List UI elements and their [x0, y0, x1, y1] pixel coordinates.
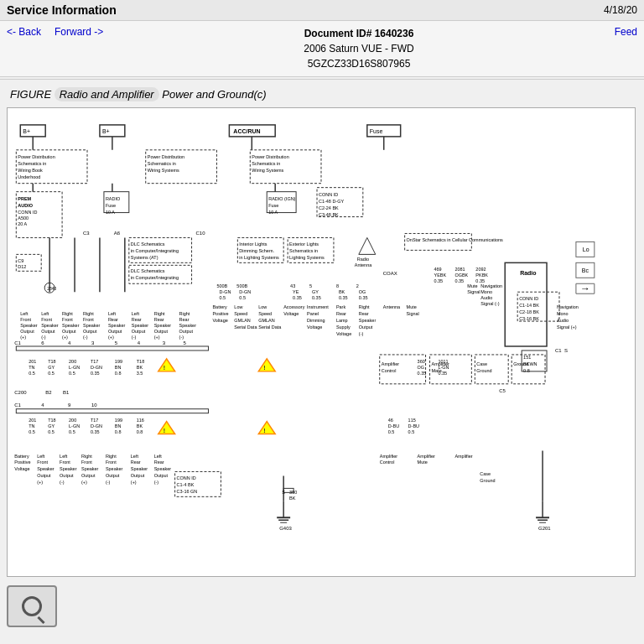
svg-text:Schematics in: Schematics in: [148, 161, 176, 166]
svg-text:Output: Output: [20, 329, 34, 334]
svg-text:0.5: 0.5: [48, 371, 55, 376]
svg-text:D12: D12: [18, 264, 26, 269]
svg-text:S: S: [282, 490, 285, 495]
svg-text:0.5: 0.5: [219, 295, 226, 300]
svg-text:Mute: Mute: [418, 460, 428, 465]
svg-text:CONN ID: CONN ID: [519, 296, 538, 301]
svg-text:360: 360: [418, 359, 425, 364]
svg-text:0.5: 0.5: [69, 429, 75, 434]
svg-text:3.5: 3.5: [137, 371, 143, 376]
svg-text:43: 43: [290, 283, 295, 288]
svg-text:Rear: Rear: [131, 460, 141, 465]
svg-text:Rear: Rear: [359, 311, 369, 316]
svg-text:Mute: Mute: [407, 304, 417, 309]
back-button[interactable]: <- Back: [7, 26, 41, 38]
svg-text:Right: Right: [106, 454, 117, 459]
svg-text:D-GN: D-GN: [219, 289, 231, 294]
svg-text:199: 199: [115, 418, 122, 423]
svg-text:Ground: Ground: [480, 478, 495, 483]
svg-text:200: 200: [69, 359, 76, 364]
svg-text:Amplifier: Amplifier: [380, 454, 397, 459]
svg-text:Audio: Audio: [557, 318, 569, 323]
svg-text:C1-14 BK: C1-14 BK: [519, 303, 539, 308]
svg-text:Low: Low: [258, 304, 267, 309]
svg-text:Output: Output: [106, 473, 120, 478]
svg-text:Audio: Audio: [480, 295, 492, 300]
svg-text:Output: Output: [41, 329, 55, 334]
svg-text:Right: Right: [62, 311, 73, 316]
svg-text:L-GN: L-GN: [69, 365, 80, 370]
svg-text:Navigation: Navigation: [557, 304, 579, 309]
svg-text:Speaker: Speaker: [179, 323, 197, 328]
svg-text:Amplifier: Amplifier: [454, 454, 472, 459]
svg-text:GY: GY: [48, 365, 55, 370]
svg-text:0.35: 0.35: [359, 295, 368, 300]
svg-text:2: 2: [356, 283, 359, 288]
svg-text:200: 200: [69, 418, 76, 423]
svg-text:0.5: 0.5: [69, 371, 75, 376]
svg-text:in Computer/Integrating: in Computer/Integrating: [131, 275, 179, 280]
svg-text:Speaker: Speaker: [131, 466, 148, 471]
svg-text:Signal: Signal: [467, 289, 480, 294]
svg-text:L-GN: L-GN: [439, 365, 449, 370]
svg-text:C1: C1: [14, 402, 21, 408]
svg-text:BK: BK: [137, 365, 143, 370]
svg-text:Output: Output: [359, 325, 373, 330]
svg-text:BK: BK: [289, 496, 296, 501]
forward-button[interactable]: Forward ->: [55, 26, 103, 38]
svg-text:0.5: 0.5: [388, 429, 395, 434]
svg-text:Voltage: Voltage: [283, 311, 299, 316]
svg-text:Voltage: Voltage: [212, 318, 227, 323]
svg-text:Interior Lights: Interior Lights: [239, 242, 267, 247]
svg-text:Speaker: Speaker: [62, 323, 80, 328]
svg-text:0.35: 0.35: [293, 295, 302, 300]
svg-text:(+): (+): [154, 335, 160, 340]
feed-link[interactable]: Feed: [615, 26, 637, 38]
svg-text:Right: Right: [83, 311, 94, 316]
search-button[interactable]: [7, 585, 57, 627]
svg-text:(-): (-): [106, 480, 111, 485]
svg-text:0.35: 0.35: [91, 429, 100, 434]
svg-text:Speaker: Speaker: [359, 318, 377, 323]
svg-text:!: !: [164, 428, 165, 434]
svg-text:BK: BK: [137, 423, 143, 428]
svg-text:Speaker: Speaker: [60, 466, 77, 471]
doc-id: Document ID# 1640236: [304, 26, 413, 41]
svg-text:C1-48 D-GY: C1-48 D-GY: [319, 199, 344, 204]
svg-text:OnStar Schematics in Cellular : OnStar Schematics in Cellular Communicat…: [407, 237, 503, 242]
svg-text:116: 116: [137, 418, 144, 423]
svg-text:Front: Front: [60, 460, 70, 465]
svg-text:0.8: 0.8: [523, 368, 530, 373]
svg-text:(-): (-): [41, 335, 46, 340]
svg-text:Dimming Schem.: Dimming Schem.: [239, 248, 274, 253]
svg-text:Mute: Mute: [467, 283, 477, 288]
svg-text:COAX: COAX: [383, 271, 397, 276]
svg-text:0.35: 0.35: [439, 371, 448, 376]
svg-text:Left: Left: [131, 454, 139, 459]
svg-text:5: 5: [309, 283, 312, 288]
svg-text:C3: C3: [83, 231, 90, 236]
svg-text:Power Distribution: Power Distribution: [18, 154, 55, 159]
svg-text:Bc: Bc: [582, 267, 589, 273]
svg-text:201: 201: [29, 418, 36, 423]
svg-text:(+): (+): [131, 480, 137, 485]
svg-text:Speaker: Speaker: [154, 466, 172, 471]
svg-text:Output: Output: [62, 329, 76, 334]
svg-text:Ground: Ground: [476, 368, 491, 373]
svg-text:0.5: 0.5: [48, 429, 55, 434]
svg-text:(+): (+): [108, 335, 114, 340]
figure-title-suffix: Power and Ground(c): [159, 88, 267, 101]
svg-text:Output: Output: [154, 473, 169, 478]
svg-text:Output: Output: [83, 329, 97, 334]
svg-text:D-GN: D-GN: [239, 289, 251, 294]
svg-text:Schematics in: Schematics in: [289, 248, 318, 253]
svg-text:BK: BK: [339, 289, 345, 294]
svg-text:B2: B2: [45, 390, 52, 395]
svg-text:!: !: [263, 428, 265, 434]
svg-text:!: !: [263, 365, 265, 371]
svg-text:Speaker: Speaker: [41, 323, 59, 328]
svg-text:Case: Case: [480, 471, 491, 476]
svg-text:Battery: Battery: [212, 304, 227, 309]
svg-text:T18: T18: [137, 359, 144, 364]
svg-text:Antenna: Antenna: [383, 304, 401, 309]
